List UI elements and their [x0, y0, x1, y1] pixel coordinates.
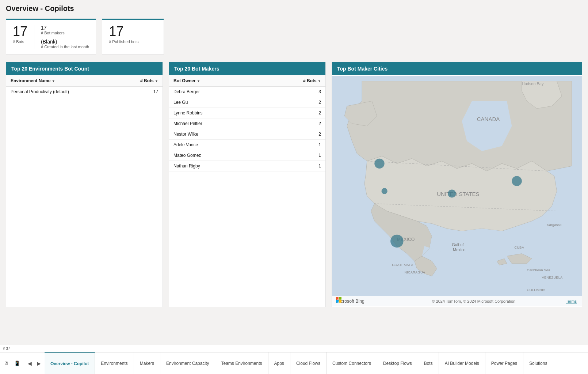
bots-card: 17 # Bots 17 # Bot makers (Blank) # Crea…: [6, 19, 96, 54]
env-panel-header: Top 20 Environments Bot Count: [6, 62, 163, 75]
makers-table-row[interactable]: Nathan Rigby1: [169, 161, 325, 171]
svg-text:UNITED STATES: UNITED STATES: [437, 191, 479, 197]
tab-bar: 🖥 📱 ◀ ▶ Overview - CopilotEnvironmentsMa…: [0, 352, 588, 374]
map-dot-east-coast: [512, 176, 522, 186]
svg-text:Caribbean Sea: Caribbean Sea: [527, 268, 550, 272]
env-col-bots[interactable]: # Bots ▼: [118, 75, 163, 87]
svg-text:VENEZUELA: VENEZUELA: [542, 275, 563, 279]
page-title: Overview - Copilots: [6, 4, 582, 13]
tab-environments[interactable]: Environments: [95, 352, 134, 374]
svg-text:Terms: Terms: [566, 299, 577, 303]
svg-text:NICARAGUA: NICARAGUA: [404, 270, 425, 274]
maker-row-count: 2: [261, 118, 325, 129]
makers-panel-header: Top 20 Bot Makers: [169, 62, 325, 75]
svg-text:Sargasso: Sargasso: [547, 223, 561, 227]
svg-rect-23: [339, 300, 341, 303]
tab-power-pages[interactable]: Power Pages: [485, 352, 523, 374]
maker-row-count: 2: [261, 108, 325, 118]
bots-count: 17: [13, 25, 27, 38]
svg-text:CANADA: CANADA: [477, 116, 500, 122]
bots-secondary-stats: 17 # Bot makers (Blank) # Created in the…: [41, 25, 89, 49]
tab-bots[interactable]: Bots: [418, 352, 439, 374]
env-table-row[interactable]: Personal Productivity (default)17: [6, 87, 163, 97]
tab-teams-environments[interactable]: Teams Environments: [215, 352, 268, 374]
tab-bar-icons: 🖥 📱: [0, 352, 24, 374]
tab-overview-copilot[interactable]: Overview - Copilot: [45, 352, 95, 374]
published-bots-card: 17 # Published bots: [102, 19, 164, 54]
makers-table-row[interactable]: Mateo Gomez1: [169, 150, 325, 161]
tab-makers[interactable]: Makers: [134, 352, 160, 374]
tab-cloud-flows[interactable]: Cloud Flows: [290, 352, 327, 374]
maker-row-name: Nestor Wilke: [169, 129, 261, 140]
map-panel: Top Bot Maker Cities: [332, 62, 582, 307]
svg-text:© 2024 TomTom, © 2024 Microsof: © 2024 TomTom, © 2024 Microsoft Corporat…: [432, 299, 516, 303]
makers-table-row[interactable]: Lynne Robbins2: [169, 108, 325, 118]
svg-text:COLOMBIA: COLOMBIA: [527, 288, 546, 292]
next-tab-button[interactable]: ▶: [35, 359, 43, 368]
panels-row: Top 20 Environments Bot Count Environmen…: [6, 62, 582, 307]
summary-row: 17 # Bots 17 # Bot makers (Blank) # Crea…: [6, 19, 582, 54]
makers-table: Bot Owner ▼ # Bots ▼ Debra Berger3Lee Gu…: [169, 75, 325, 171]
map-svg: CANADA UNITED STATES MEXICO Hudson Bay G…: [332, 75, 582, 307]
maker-row-name: Adele Vance: [169, 140, 261, 150]
maker-row-count: 1: [261, 140, 325, 150]
maker-row-count: 1: [261, 161, 325, 171]
makers-table-row[interactable]: Lee Gu2: [169, 97, 325, 108]
maker-row-count: 2: [261, 129, 325, 140]
makers-table-row[interactable]: Nestor Wilke2: [169, 129, 325, 140]
map-dot-southwest: [381, 188, 387, 194]
published-bots-label: # Published bots: [109, 39, 157, 44]
maker-row-name: Michael Peltier: [169, 118, 261, 129]
env-row-count: 17: [118, 87, 163, 97]
maker-row-name: Lee Gu: [169, 97, 261, 108]
map-panel-header: Top Bot Maker Cities: [332, 62, 582, 75]
map-dot-seattle: [374, 159, 384, 169]
status-bar: # 37: [0, 345, 588, 352]
svg-text:GUATEMALA: GUATEMALA: [392, 263, 413, 267]
env-table: Environment Name ▼ # Bots ▼ Personal Pro…: [6, 75, 163, 97]
bot-makers-label: # Bot makers: [41, 31, 89, 35]
maker-row-name: Lynne Robbins: [169, 108, 261, 118]
maker-row-name: Debra Berger: [169, 87, 261, 97]
makers-col-bots[interactable]: # Bots ▼: [261, 75, 325, 87]
tab-desktop-flows[interactable]: Desktop Flows: [377, 352, 418, 374]
svg-text:Hudson Bay: Hudson Bay: [522, 82, 544, 86]
bots-primary-stat: 17 # Bots: [13, 25, 34, 49]
published-bots-count: 17: [109, 25, 157, 38]
map-dot-mexico: [390, 235, 404, 248]
maker-row-count: 1: [261, 150, 325, 161]
makers-table-row[interactable]: Adele Vance1: [169, 140, 325, 150]
env-panel: Top 20 Environments Bot Count Environmen…: [6, 62, 163, 307]
tabs-scroll: Overview - CopilotEnvironmentsMakersEnvi…: [45, 352, 588, 374]
svg-text:Mexico: Mexico: [453, 248, 466, 252]
map-container: CANADA UNITED STATES MEXICO Hudson Bay G…: [332, 75, 582, 307]
main-content: Overview - Copilots 17 # Bots 17 # Bot m…: [0, 0, 588, 345]
maker-row-count: 3: [261, 87, 325, 97]
env-col-name[interactable]: Environment Name ▼: [6, 75, 118, 87]
tablet-icon[interactable]: 📱: [12, 360, 22, 367]
makers-table-row[interactable]: Debra Berger3: [169, 87, 325, 97]
tab-bar-prev-nav: ◀ ▶: [24, 352, 45, 374]
makers-panel: Top 20 Bot Makers Bot Owner ▼ # Bots ▼ D…: [169, 62, 326, 307]
svg-rect-22: [336, 300, 339, 303]
monitor-icon[interactable]: 🖥: [2, 360, 10, 367]
bot-makers-value: 17: [41, 25, 89, 31]
maker-row-count: 2: [261, 97, 325, 108]
tab-apps[interactable]: Apps: [268, 352, 290, 374]
env-row-name: Personal Productivity (default): [6, 87, 118, 97]
tab-ai-builder-models[interactable]: AI Builder Models: [439, 352, 485, 374]
svg-rect-20: [336, 297, 339, 300]
tab-custom-connectors[interactable]: Custom Connectors: [327, 352, 377, 374]
svg-rect-21: [339, 297, 341, 300]
created-last-month-value: (Blank): [41, 39, 89, 45]
bot-makers-stat: 17 # Bot makers: [41, 25, 89, 35]
tab-environment-capacity[interactable]: Environment Capacity: [160, 352, 215, 374]
tab-solutions[interactable]: Solutions: [523, 352, 553, 374]
created-last-month-stat: (Blank) # Created in the last month: [41, 39, 89, 49]
makers-col-owner[interactable]: Bot Owner ▼: [169, 75, 261, 87]
created-last-month-label: # Created in the last month: [41, 45, 89, 49]
svg-text:CUBA: CUBA: [514, 245, 524, 249]
makers-table-row[interactable]: Michael Peltier2: [169, 118, 325, 129]
page-info: # 37: [3, 347, 10, 351]
prev-tab-button[interactable]: ◀: [26, 359, 34, 368]
